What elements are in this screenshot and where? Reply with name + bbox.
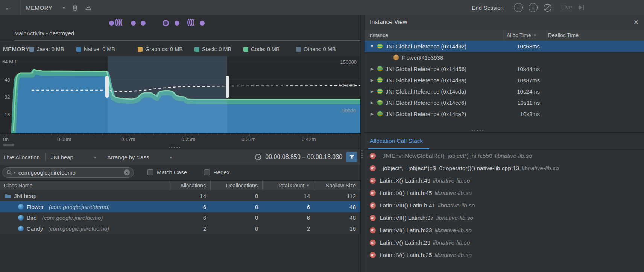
close-icon[interactable]: ✕: [633, 18, 639, 26]
instance-row[interactable]: ▶ JNI Global Reference (0x14d56) 10s44ms: [365, 63, 644, 74]
column-header-deallocations[interactable]: Deallocations: [211, 181, 263, 190]
match-case-checkbox[interactable]: Match Case: [147, 169, 187, 175]
jni-reference-icon: [377, 100, 383, 106]
call-stack-frame[interactable]: m Latin::VII() Latin.h:37libnative-lib.s…: [365, 212, 644, 224]
checkbox[interactable]: [147, 169, 153, 175]
table-row-bird[interactable]: Bird (com.google.jnirefdemo) 6 0 6 48: [0, 212, 360, 223]
shallow-size-value: 48: [314, 212, 360, 223]
profiler-type-dropdown[interactable]: MEMORY ▾: [22, 5, 68, 11]
column-header-dealloc-time[interactable]: Dealloc Time: [545, 30, 644, 40]
collapsed-icon[interactable]: ▶: [370, 112, 374, 116]
table-row-flower[interactable]: Flower (com.google.jnirefdemo) 6 0 6 48: [0, 201, 360, 212]
instance-table-header: Instance Alloc Time ▼ Dealloc Time: [365, 30, 644, 41]
table-row-candy[interactable]: Candy (com.google.jnirefdemo) 2 0 2 16: [0, 223, 360, 234]
allocations-value: 6: [170, 201, 211, 212]
column-header-shallow-size[interactable]: Shallow Size: [314, 181, 360, 190]
touch-ripple-icon: ((((: [187, 18, 194, 26]
collapsed-icon[interactable]: ▶: [370, 78, 374, 83]
class-table: JNI heap 14 0 14 112 Flower (com.google.…: [0, 190, 360, 234]
table-row-jni-heap[interactable]: JNI heap 14 0 14 112: [0, 190, 360, 201]
method-icon: m: [370, 178, 376, 184]
column-header-class-name[interactable]: Class Name: [0, 181, 170, 190]
regex-checkbox[interactable]: Regex: [204, 169, 229, 175]
chevron-down-icon: ▾: [94, 155, 96, 159]
selection-handle-left[interactable]: [105, 76, 109, 98]
arrange-dropdown[interactable]: Arrange by class ▾: [107, 154, 172, 160]
time-tick: 0h: [3, 136, 9, 142]
frame-module: libnative-lib.so: [436, 215, 473, 221]
class-name: JNI heap: [14, 193, 36, 199]
call-stack-frame[interactable]: m _JNIEnv::NewGlobalRef(_jobject*) jni.h…: [365, 150, 644, 162]
memory-chart[interactable]: 64 MB 48 32 16 150000 100000 50000: [0, 56, 360, 133]
method-icon: m: [370, 252, 376, 258]
reset-zoom-button[interactable]: [543, 3, 552, 12]
deallocations-value: 0: [211, 201, 263, 212]
collapsed-icon[interactable]: ▶: [370, 66, 374, 71]
time-axis-ticks: [0, 134, 360, 136]
legend-item-stack: Stack: 0 MB: [194, 46, 231, 52]
splitter-handle[interactable]: [361, 150, 363, 158]
expanded-icon[interactable]: ▼: [370, 44, 374, 48]
skip-to-live-icon[interactable]: [578, 5, 585, 11]
collapsed-icon[interactable]: ▶: [370, 100, 374, 105]
jni-reference-icon: [377, 111, 383, 117]
live-button[interactable]: Live: [561, 4, 572, 11]
memory-legend-row: MEMORY Java: 0 MB Native: 0 MB Graphics:…: [0, 41, 360, 57]
instance-row[interactable]: ▶ JNI Global Reference (0x14d8a) 10s37ms: [365, 74, 644, 86]
dealloc-time-value: [545, 74, 644, 86]
call-stack-frame[interactable]: m Latin::IX() Latin.h:45libnative-lib.so: [365, 187, 644, 199]
splitter-handle[interactable]: [169, 147, 180, 148]
search-options-caret-icon[interactable]: ▾: [14, 171, 15, 174]
profiler-type-label: MEMORY: [26, 5, 52, 11]
instance-label: Flower@153938: [402, 54, 443, 61]
time-axis: 0h 0.08m 0.17m 0.25m 0.33m 0.42m: [0, 133, 360, 149]
instance-row[interactable]: ▶ JNI Global Reference (0x14cda) 10s24ms: [365, 86, 644, 97]
memory-chart-svg[interactable]: [0, 56, 360, 133]
instance-child-row[interactable]: Flower@153938: [365, 52, 644, 63]
jni-reference-icon: [377, 77, 383, 83]
checkbox[interactable]: [204, 169, 210, 175]
filter-button[interactable]: [346, 152, 357, 162]
clear-search-icon[interactable]: ✕: [124, 169, 130, 175]
heap-dropdown[interactable]: JNI heap ▾: [51, 154, 96, 160]
call-stack-list: m _JNIEnv::NewGlobalRef(_jobject*) jni.h…: [365, 150, 644, 272]
search-field[interactable]: ▾ ✕: [2, 167, 134, 178]
back-icon[interactable]: ←: [0, 3, 17, 12]
column-header-total-count[interactable]: Total Count ▼: [263, 181, 314, 190]
call-stack-frame[interactable]: m Latin::VIII() Latin.h:41libnative-lib.…: [365, 199, 644, 212]
frame-module: libnative-lib.so: [435, 227, 472, 233]
call-stack-frame[interactable]: m Latin::X() Latin.h:49libnative-lib.so: [365, 174, 644, 187]
collapsed-icon[interactable]: ▶: [370, 89, 374, 94]
selection-handle-right[interactable]: [226, 76, 229, 98]
frame-module: libnative-lib.so: [433, 177, 470, 184]
tab-allocation-call-stack[interactable]: Allocation Call Stack: [370, 138, 423, 144]
call-stack-tabbar: Allocation Call Stack: [365, 132, 644, 150]
call-stack-frame[interactable]: m Latin::IV() Latin.h:25libnative-lib.so: [365, 249, 644, 261]
instance-row[interactable]: ▶ JNI Global Reference (0x14ce6) 10s11ms: [365, 97, 644, 108]
timeline-scrollbar[interactable]: [3, 144, 14, 146]
column-header-allocations[interactable]: Allocations: [170, 181, 211, 190]
column-header-alloc-time[interactable]: Alloc Time ▼: [504, 30, 545, 40]
class-name: Bird: [27, 215, 37, 221]
frame-text: Latin::VIII() Latin.h:41: [380, 202, 435, 209]
instance-row[interactable]: ▼ JNI Global Reference (0x14d92) 10s58ms: [365, 41, 644, 52]
range-selection-overlay[interactable]: [108, 56, 227, 133]
dealloc-time-value: [545, 108, 644, 119]
export-icon[interactable]: [85, 4, 91, 11]
legend-item-others: Others: 0 MB: [296, 46, 336, 52]
call-stack-frame[interactable]: m Latin::VI() Latin.h:33libnative-lib.so: [365, 224, 644, 236]
instance-row[interactable]: ▶ JNI Global Reference (0x14ca2) 10s3ms: [365, 108, 644, 119]
method-icon: m: [370, 227, 376, 233]
splitter-handle[interactable]: [472, 130, 483, 131]
time-tick: 0.25m: [181, 136, 196, 142]
trash-icon[interactable]: [72, 4, 78, 11]
call-stack-frame[interactable]: m Latin::V() Latin.h:29libnative-lib.so: [365, 236, 644, 249]
deallocations-value: 0: [211, 223, 263, 234]
call-stack-frame[interactable]: m _jobject*, _jobject*)::$_0::operator()…: [365, 162, 644, 174]
end-session-button[interactable]: End Session: [472, 5, 503, 11]
column-header-instance[interactable]: Instance: [365, 30, 504, 40]
zoom-in-button[interactable]: +: [529, 3, 538, 12]
zoom-out-button[interactable]: −: [514, 3, 523, 12]
search-input[interactable]: [18, 169, 122, 176]
class-package: (com.google.jnirefdemo): [42, 215, 103, 221]
